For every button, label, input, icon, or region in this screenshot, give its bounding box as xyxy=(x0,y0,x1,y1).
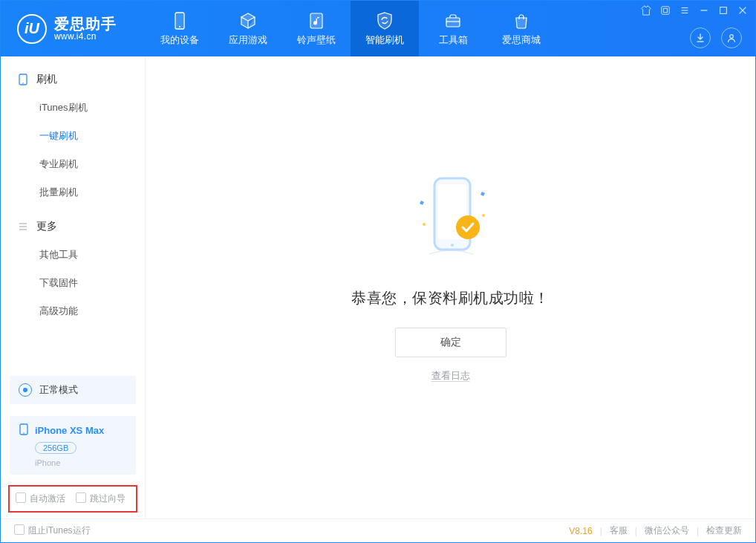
download-button[interactable] xyxy=(690,27,711,48)
app-name: 爱思助手 xyxy=(54,16,117,32)
svg-point-25 xyxy=(456,215,480,239)
nav-label: 铃声壁纸 xyxy=(297,33,336,47)
separator: | xyxy=(600,526,602,536)
nav-label: 应用游戏 xyxy=(229,33,267,47)
svg-marker-26 xyxy=(420,201,424,205)
bag-icon xyxy=(512,11,531,30)
sidebar-item-batch-flash[interactable]: 批量刷机 xyxy=(1,178,145,207)
music-icon xyxy=(307,11,326,30)
nav-tab-apps[interactable]: 应用游戏 xyxy=(214,1,282,56)
device-box[interactable]: iPhone XS Max 256GB iPhone xyxy=(10,416,136,475)
app-url: www.i4.cn xyxy=(54,32,117,42)
checkbox-label: 阻止iTunes运行 xyxy=(28,525,91,536)
nav-tab-ringtone[interactable]: 铃声壁纸 xyxy=(282,1,351,56)
sidebar-item-pro-flash[interactable]: 专业刷机 xyxy=(1,150,145,178)
toolbox-icon xyxy=(443,11,463,30)
main-content: 恭喜您，保资料刷机成功啦！ 确定 查看日志 xyxy=(146,56,755,518)
version-label: V8.16 xyxy=(569,526,592,536)
sidebar-group-title: 更多 xyxy=(36,220,57,233)
nav-tab-device[interactable]: 我的设备 xyxy=(146,1,214,56)
skin-icon[interactable] xyxy=(660,5,671,16)
nav-label: 工具箱 xyxy=(439,33,468,47)
svg-point-16 xyxy=(22,82,24,84)
svg-point-21 xyxy=(23,432,25,434)
sidebar-group-title: 刷机 xyxy=(36,73,57,86)
mode-label: 正常模式 xyxy=(39,383,78,397)
sidebar-group-more[interactable]: 更多 xyxy=(1,212,145,241)
header: iU 爱思助手 www.i4.cn 我的设备 应用游戏 xyxy=(1,1,755,56)
phone-icon xyxy=(17,74,29,85)
sidebar-item-advanced[interactable]: 高级功能 xyxy=(1,297,145,325)
sidebar-group-flash[interactable]: 刷机 xyxy=(1,65,145,94)
sidebar-item-other-tools[interactable]: 其他工具 xyxy=(1,241,145,269)
sidebar: 刷机 iTunes刷机 一键刷机 专业刷机 批量刷机 更多 其他工具 下载固件 … xyxy=(1,56,146,518)
footer-link-wechat[interactable]: 微信公众号 xyxy=(645,524,689,537)
checkbox-icon xyxy=(76,492,86,503)
refresh-shield-icon xyxy=(375,11,394,30)
sidebar-item-itunes-flash[interactable]: iTunes刷机 xyxy=(1,94,145,122)
footer-link-support[interactable]: 客服 xyxy=(610,524,628,537)
checkbox-icon xyxy=(14,524,25,535)
window-controls xyxy=(641,5,748,16)
footer-link-update[interactable]: 检查更新 xyxy=(706,524,742,537)
success-title: 恭喜您，保资料刷机成功啦！ xyxy=(351,288,550,308)
footer: 阻止iTunes运行 V8.16 | 客服 | 微信公众号 | 检查更新 xyxy=(1,518,755,542)
checkbox-label: 自动激活 xyxy=(30,493,65,504)
view-log-link[interactable]: 查看日志 xyxy=(431,369,470,383)
nav-tab-toolbox[interactable]: 工具箱 xyxy=(419,1,487,56)
nav-tabs: 我的设备 应用游戏 铃声壁纸 智能刷机 xyxy=(146,1,555,56)
nav-label: 我的设备 xyxy=(160,33,199,47)
menu-icon[interactable] xyxy=(680,5,690,16)
svg-point-24 xyxy=(451,244,454,247)
sidebar-scroll: 刷机 iTunes刷机 一键刷机 专业刷机 批量刷机 更多 其他工具 下载固件 … xyxy=(1,56,145,370)
sidebar-item-download-firmware[interactable]: 下载固件 xyxy=(1,269,145,297)
close-button[interactable] xyxy=(737,5,748,16)
mode-icon xyxy=(19,383,32,397)
separator: | xyxy=(697,526,699,536)
svg-rect-5 xyxy=(662,7,670,15)
svg-rect-6 xyxy=(663,8,667,12)
logo-block: iU 爱思助手 www.i4.cn xyxy=(1,14,146,44)
minimize-button[interactable] xyxy=(699,5,709,16)
user-button[interactable] xyxy=(721,27,742,48)
device-type: iPhone xyxy=(35,458,127,467)
device-phone-icon xyxy=(19,423,29,438)
body: 刷机 iTunes刷机 一键刷机 专业刷机 批量刷机 更多 其他工具 下载固件 … xyxy=(1,56,755,518)
checkbox-icon xyxy=(16,492,26,503)
app-window: iU 爱思助手 www.i4.cn 我的设备 应用游戏 xyxy=(0,0,756,543)
logo-text: 爱思助手 www.i4.cn xyxy=(54,16,117,42)
tshirt-icon[interactable] xyxy=(641,5,651,16)
nav-label: 智能刷机 xyxy=(365,33,404,47)
checkbox-skip-guide[interactable]: 跳过向导 xyxy=(76,492,126,505)
success-illustration xyxy=(391,171,510,270)
svg-rect-11 xyxy=(720,7,727,14)
svg-point-29 xyxy=(482,214,485,217)
nav-tab-flash[interactable]: 智能刷机 xyxy=(351,1,419,56)
svg-point-14 xyxy=(730,35,734,39)
checkbox-block-itunes[interactable]: 阻止iTunes运行 xyxy=(14,524,91,537)
nav-tab-store[interactable]: 爱思商城 xyxy=(487,1,555,56)
bottom-options-highlight: 自动激活 跳过向导 xyxy=(8,485,137,513)
logo-icon: iU xyxy=(17,14,47,44)
nav-label: 爱思商城 xyxy=(502,33,541,47)
cube-icon xyxy=(238,11,258,30)
device-capacity: 256GB xyxy=(35,442,76,454)
svg-point-1 xyxy=(179,26,180,27)
device-name: iPhone XS Max xyxy=(35,425,104,436)
sidebar-item-oneclick-flash[interactable]: 一键刷机 xyxy=(1,122,145,150)
header-right-icons xyxy=(690,27,742,48)
svg-rect-3 xyxy=(446,18,460,27)
separator: | xyxy=(635,526,637,536)
device-icon xyxy=(170,11,189,30)
checkbox-auto-activate[interactable]: 自动激活 xyxy=(16,492,65,505)
mode-box[interactable]: 正常模式 xyxy=(10,376,136,404)
checkbox-label: 跳过向导 xyxy=(90,493,126,504)
ok-button[interactable]: 确定 xyxy=(395,328,506,357)
maximize-button[interactable] xyxy=(718,5,729,16)
list-icon xyxy=(17,221,29,233)
svg-marker-27 xyxy=(480,192,485,196)
svg-point-28 xyxy=(423,223,426,226)
